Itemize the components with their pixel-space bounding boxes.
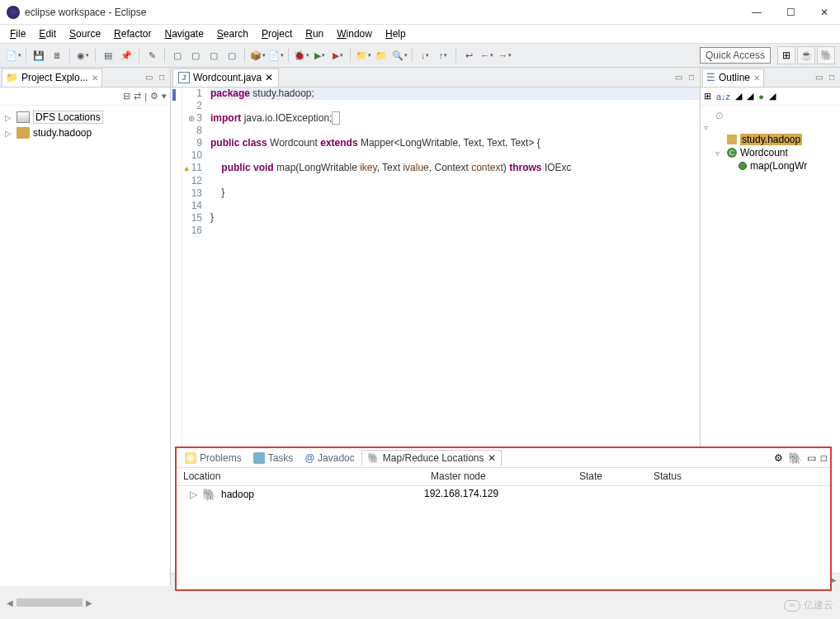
menu-run[interactable]: Run	[300, 26, 328, 41]
menu-source[interactable]: Source	[64, 26, 106, 41]
outline-title: Outline	[719, 72, 750, 83]
state-value	[573, 488, 647, 501]
tab-tasks[interactable]: Tasks	[248, 451, 299, 465]
titlebar: eclipse workspace - Eclipse — ☐ ✕	[0, 0, 840, 25]
close-button[interactable]: ✕	[815, 7, 833, 18]
save-all-button[interactable]: 🗎	[49, 47, 65, 64]
step3-button[interactable]: ▢	[205, 47, 222, 64]
bottom-maximize-icon[interactable]: □	[821, 452, 827, 464]
hide-static-icon[interactable]: ◢	[747, 91, 753, 102]
view-minimize-icon[interactable]: ▭	[143, 73, 155, 82]
new-button[interactable]: 📄	[5, 47, 21, 64]
eclipse-icon	[7, 6, 20, 19]
last-edit-button[interactable]: ↩	[460, 47, 477, 64]
outline-maximize-icon[interactable]: □	[827, 73, 837, 82]
new-java-button[interactable]: 📦	[249, 47, 266, 64]
tab-map-reduce-locations[interactable]: 🐘Map/Reduce Locations ✕	[361, 450, 502, 465]
master-node-value: 192.168.174.129	[424, 488, 573, 501]
outline-tab[interactable]: ☰ Outline ✕	[702, 69, 764, 87]
prev-annot-button[interactable]: ↑	[435, 47, 451, 64]
close-tab-icon[interactable]: ✕	[265, 72, 273, 83]
status-value	[647, 488, 830, 501]
tab-problems[interactable]: Problems	[180, 451, 247, 465]
table-header: Location Master node State Status	[177, 468, 830, 486]
outline-wordcount[interactable]: ▿CWordcount	[704, 146, 837, 159]
window-title: eclipse workspace - Eclipse	[25, 7, 747, 18]
project-explorer-view: 📁 Project Explo... ✕ ▭ □ ⊟ ⇄ | ⚙ ▾ ▷DFS …	[0, 68, 171, 586]
col-status[interactable]: Status	[647, 468, 830, 485]
menu-search[interactable]: Search	[212, 26, 253, 41]
project-explorer-tab[interactable]: 📁 Project Explo... ✕	[2, 69, 102, 87]
view-maximize-icon[interactable]: □	[157, 73, 167, 82]
outline-minimize-icon[interactable]: ▭	[813, 73, 825, 82]
java-file-icon: J	[178, 72, 190, 83]
col-location[interactable]: Location	[177, 468, 424, 485]
main-toolbar: 📄 💾 🗎 ◉ ▤ 📌 ✎ ▢ ▢ ▢ ▢ 📦 📄 🐞 ▶ ▶ 📁 📁 🔍 ↓ …	[0, 43, 840, 68]
open-type-button[interactable]: 📁	[355, 47, 371, 64]
mapreduce-perspective-button[interactable]: 🐘	[817, 46, 835, 64]
step4-button[interactable]: ▢	[224, 47, 240, 64]
tab-javadoc[interactable]: @Javadoc	[300, 451, 359, 465]
explorer-horizontal-scrollbar[interactable]: ◀▶	[3, 596, 168, 609]
az-sort-icon[interactable]: a↓z	[716, 92, 730, 102]
editor-maximize-icon[interactable]: □	[687, 73, 696, 82]
close-view-icon[interactable]: ✕	[92, 73, 98, 83]
menu-help[interactable]: Help	[380, 26, 411, 41]
sort-icon[interactable]: ⊞	[704, 91, 711, 102]
hide-nonpublic-icon[interactable]: ●	[758, 92, 764, 102]
table-row[interactable]: ▷ 🐘 hadoop 192.168.174.129	[177, 486, 830, 503]
close-outline-icon[interactable]: ✕	[753, 73, 760, 83]
menu-navigate[interactable]: Navigate	[159, 26, 208, 41]
col-master[interactable]: Master node	[424, 468, 573, 485]
outline-study-hadoop[interactable]: study.hadoop	[704, 133, 837, 146]
editor-tab[interactable]: J Wordcount.java ✕	[172, 69, 279, 87]
editor-minimize-icon[interactable]: ▭	[672, 73, 685, 82]
step2-button[interactable]: ▢	[187, 47, 204, 64]
col-state[interactable]: State	[573, 468, 647, 485]
search-button[interactable]: 🔍	[391, 47, 408, 64]
menu-refactor[interactable]: Refactor	[109, 26, 156, 41]
tree-item-DFS Locations[interactable]: ▷DFS Locations	[5, 109, 165, 125]
quick-access-input[interactable]: Quick Access	[700, 47, 771, 64]
outline-map-longwr[interactable]: map(LongWr	[704, 159, 837, 172]
filter-icon[interactable]: ⚙	[150, 91, 158, 102]
java-perspective-button[interactable]: ☕	[797, 46, 815, 64]
hide-local-icon[interactable]: ◢	[769, 91, 776, 102]
save-button[interactable]: 💾	[31, 47, 47, 64]
back-button[interactable]: ←	[479, 47, 495, 64]
menu-project[interactable]: Project	[257, 26, 297, 41]
wand-button[interactable]: ✎	[144, 47, 160, 64]
hide-fields-icon[interactable]: ◢	[735, 91, 742, 102]
hadoop-icon: 🐘	[202, 488, 216, 501]
debug-button[interactable]: 🐞	[293, 47, 309, 64]
toggle-button[interactable]: ▤	[100, 47, 116, 64]
collapse-all-icon[interactable]: ⊟	[123, 91, 130, 102]
link-editor-icon[interactable]: ⇄	[134, 91, 141, 102]
view-menu-icon[interactable]: ▾	[162, 91, 167, 102]
menu-file[interactable]: File	[5, 26, 31, 41]
open-task-button[interactable]: 📁	[373, 47, 389, 64]
focus-icon[interactable]: ⊙	[715, 110, 724, 121]
minimize-button[interactable]: —	[747, 7, 767, 18]
menu-window[interactable]: Window	[332, 26, 377, 41]
breakpoint-button[interactable]: ◉	[74, 47, 91, 64]
expand-arrow-icon[interactable]: ▷	[190, 489, 197, 500]
menu-edit[interactable]: Edit	[34, 26, 61, 41]
project-explorer-title: Project Explo...	[21, 72, 88, 83]
menubar: FileEditSourceRefactorNavigateSearchProj…	[0, 25, 840, 43]
ext-tools-button[interactable]: ▶	[329, 47, 346, 64]
new-location-icon[interactable]: ⚙	[774, 452, 783, 464]
bottom-minimize-icon[interactable]: ▭	[807, 452, 816, 464]
bottom-panel: ProblemsTasks@Javadoc🐘Map/Reduce Locatio…	[175, 447, 832, 591]
step1-button[interactable]: ▢	[169, 47, 186, 64]
new-class-button[interactable]: 📄	[267, 47, 284, 64]
forward-button[interactable]: →	[497, 47, 513, 64]
tree-item-study-hadoop[interactable]: ▷study.hadoop	[5, 125, 165, 140]
open-perspective-button[interactable]: ⊞	[777, 46, 795, 64]
run-button[interactable]: ▶	[311, 47, 328, 64]
maximize-button[interactable]: ☐	[781, 7, 800, 18]
edit-location-icon[interactable]: 🐘	[788, 451, 802, 465]
next-annot-button[interactable]: ↓	[417, 47, 433, 64]
pin-button[interactable]: 📌	[118, 47, 134, 64]
location-name: hadoop	[221, 489, 254, 500]
